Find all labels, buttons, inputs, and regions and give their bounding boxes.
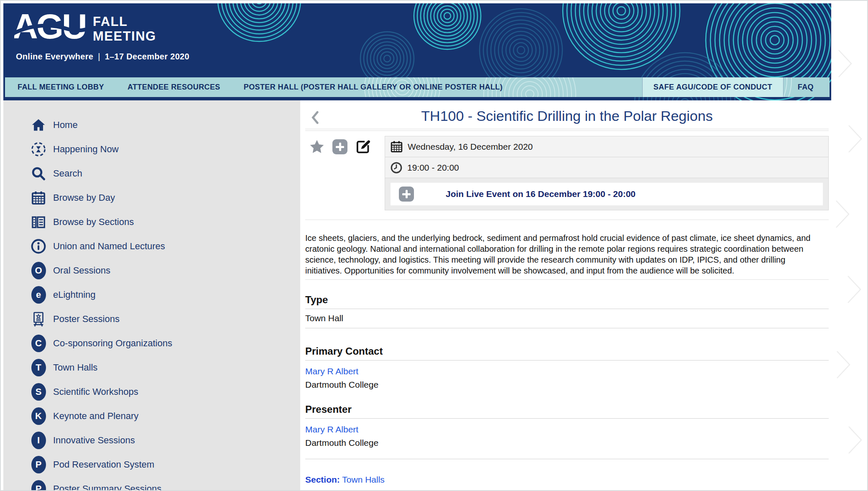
search-icon bbox=[30, 164, 47, 183]
sidebar-item-scientific-workshops[interactable]: S Scientific Workshops bbox=[3, 380, 300, 404]
presenter-affiliation: Dartmouth College bbox=[305, 438, 829, 448]
site-header: AGU FALL MEETING Online Everywhere|1–17 … bbox=[3, 3, 831, 100]
heading-underline bbox=[305, 309, 829, 309]
sidebar-item-home[interactable]: Home bbox=[3, 113, 300, 137]
favorite-star-button[interactable] bbox=[309, 138, 325, 157]
sidebar-item-label: Union and Named Lectures bbox=[53, 241, 165, 252]
main-content: TH100 - Scientific Drilling in the Polar… bbox=[300, 100, 831, 491]
primary-contact-heading: Primary Contact bbox=[305, 345, 829, 357]
sidebar-item-browse-by-day[interactable]: Browse by Day bbox=[3, 186, 300, 210]
nav-item-faq[interactable]: FAQ bbox=[792, 77, 819, 97]
event-time: 19:00 - 20:00 bbox=[407, 163, 459, 173]
event-date: Wednesday, 16 December 2020 bbox=[408, 142, 533, 152]
info-circle-icon bbox=[30, 237, 47, 256]
poster-board-icon bbox=[30, 310, 47, 328]
sidebar-item-label: Browse by Day bbox=[53, 192, 115, 203]
title-divider bbox=[305, 129, 829, 131]
sidebar-item-label: Poster Summary Sessions bbox=[53, 483, 161, 491]
tagline-dates: 1–17 December 2020 bbox=[105, 52, 189, 61]
fall-meeting-wordmark: FALL MEETING bbox=[93, 14, 156, 43]
event-info-box: Wednesday, 16 December 2020 19:00 - 20:0… bbox=[385, 136, 829, 210]
presenter-name-link[interactable]: Mary R Albert bbox=[305, 425, 358, 435]
nav-item-safe-agu-code-of-conduct[interactable]: SAFE AGU/CODE OF CONDUCT bbox=[642, 77, 784, 97]
co-sponsoring-badge-icon: C bbox=[31, 335, 46, 352]
oral-sessions-badge-icon: O bbox=[31, 262, 46, 279]
type-value: Town Hall bbox=[305, 313, 829, 323]
agu-fall-meeting-event-page: { "header": { "logo": { "agu": "AGU", "l… bbox=[0, 0, 868, 491]
calendar-icon bbox=[390, 140, 403, 153]
scientific-workshops-badge-icon: S bbox=[31, 383, 46, 401]
add-to-schedule-button[interactable] bbox=[332, 139, 347, 154]
sidebar-item-label: Search bbox=[53, 168, 82, 179]
star-icon bbox=[309, 138, 325, 155]
primary-contact-name-link[interactable]: Mary R Albert bbox=[305, 366, 358, 376]
sidebar-item-label: Co-sponsoring Organizations bbox=[53, 338, 172, 349]
back-chevron-icon bbox=[311, 110, 319, 125]
nav-item-attendee-resources[interactable]: ATTENDEE RESOURCES bbox=[122, 77, 226, 97]
sidebar-item-label: Innovative Sessions bbox=[53, 435, 135, 446]
join-live-event-section: Join Live Event on 16 December 19:00 - 2… bbox=[385, 178, 828, 210]
happening-now-icon bbox=[30, 140, 47, 159]
clock-icon bbox=[390, 161, 403, 174]
sidebar-item-poster-summary-sessions[interactable]: P Poster Summary Sessions bbox=[3, 477, 300, 491]
primary-nav-bar: FALL MEETING LOBBY ATTENDEE RESOURCES PO… bbox=[5, 77, 830, 97]
sidebar-item-poster-sessions[interactable]: Poster Sessions bbox=[3, 307, 300, 331]
innovative-sessions-badge-icon: I bbox=[31, 432, 46, 449]
sidebar: Home Happening Now bbox=[3, 100, 300, 491]
heading-underline bbox=[305, 360, 829, 361]
title-row: TH100 - Scientific Drilling in the Polar… bbox=[305, 100, 829, 125]
sidebar-item-label: Pod Reservation System bbox=[53, 459, 154, 470]
sidebar-item-label: Keynote and Plenary bbox=[53, 411, 138, 422]
sidebar-item-town-halls[interactable]: T Town Halls bbox=[3, 355, 300, 380]
sidebar-item-pod-reservation-system[interactable]: P Pod Reservation System bbox=[3, 453, 300, 477]
heading-underline bbox=[305, 418, 829, 419]
sidebar-item-label: Scientific Workshops bbox=[53, 386, 138, 397]
event-time-row: 19:00 - 20:00 bbox=[385, 157, 828, 178]
edit-notes-button[interactable] bbox=[355, 138, 371, 157]
home-icon bbox=[30, 116, 47, 134]
presenter-heading: Presenter bbox=[305, 404, 829, 415]
sidebar-item-happening-now[interactable]: Happening Now bbox=[3, 137, 300, 161]
nav-item-fall-meeting-lobby[interactable]: FALL MEETING LOBBY bbox=[12, 77, 110, 97]
type-heading: Type bbox=[305, 294, 829, 306]
agu-logo-icon: AGU bbox=[14, 8, 86, 49]
section-divider bbox=[305, 279, 829, 280]
session-description: Ice sheets, glaciers, and the underlying… bbox=[305, 233, 829, 276]
keynote-badge-icon: K bbox=[31, 407, 46, 425]
back-button[interactable] bbox=[311, 110, 319, 126]
tagline-left: Online Everywhere bbox=[16, 52, 93, 61]
plus-icon bbox=[399, 187, 414, 202]
pod-reservation-badge-icon: P bbox=[31, 456, 46, 473]
calendar-icon bbox=[30, 189, 47, 207]
sidebar-item-keynote-and-plenary[interactable]: K Keynote and Plenary bbox=[3, 404, 300, 428]
sidebar-item-search[interactable]: Search bbox=[3, 161, 300, 186]
event-date-row: Wednesday, 16 December 2020 bbox=[385, 136, 828, 157]
section-divider bbox=[305, 328, 829, 328]
sidebar-item-label: Oral Sessions bbox=[53, 265, 110, 276]
sidebar-item-label: Happening Now bbox=[53, 144, 119, 155]
elightning-badge-icon: e bbox=[31, 286, 46, 304]
sidebar-item-co-sponsoring-organizations[interactable]: C Co-sponsoring Organizations bbox=[3, 331, 300, 355]
header-tagline: Online Everywhere|1–17 December 2020 bbox=[16, 52, 189, 61]
header-logo: AGU FALL MEETING bbox=[14, 8, 156, 49]
poster-summary-badge-icon: P bbox=[31, 480, 46, 491]
event-header-row: Wednesday, 16 December 2020 19:00 - 20:0… bbox=[305, 136, 829, 210]
join-live-event-row[interactable]: Join Live Event on 16 December 19:00 - 2… bbox=[391, 183, 823, 205]
nav-item-poster-hall[interactable]: POSTER HALL (POSTER HALL GALLERY OR ONLI… bbox=[238, 77, 508, 97]
sidebar-item-browse-by-sections[interactable]: Browse by Sections bbox=[3, 210, 300, 234]
sections-icon bbox=[30, 213, 47, 231]
sidebar-item-label: eLightning bbox=[53, 289, 96, 300]
section-divider bbox=[305, 220, 829, 220]
sidebar-item-oral-sessions[interactable]: O Oral Sessions bbox=[3, 258, 300, 283]
sidebar-item-union-and-named-lectures[interactable]: Union and Named Lectures bbox=[3, 234, 300, 258]
section-value-link[interactable]: Town Halls bbox=[342, 475, 385, 484]
sidebar-item-label: Town Halls bbox=[53, 362, 97, 373]
town-halls-badge-icon: T bbox=[31, 359, 46, 376]
join-live-event-link: Join Live Event on 16 December 19:00 - 2… bbox=[446, 189, 636, 199]
site-container: AGU FALL MEETING Online Everywhere|1–17 … bbox=[3, 3, 831, 491]
section-line: Section: Town Halls bbox=[305, 475, 829, 485]
sidebar-item-innovative-sessions[interactable]: I Innovative Sessions bbox=[3, 428, 300, 453]
sidebar-item-label: Home bbox=[53, 120, 78, 130]
content-row: Home Happening Now bbox=[3, 100, 831, 491]
sidebar-item-elightning[interactable]: e eLightning bbox=[3, 283, 300, 307]
